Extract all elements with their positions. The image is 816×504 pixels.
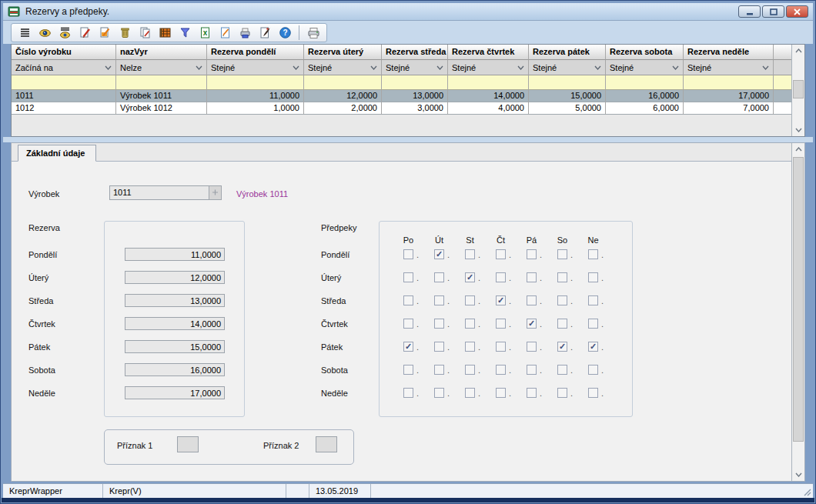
column-header[interactable]: Rezerva čtvrtek — [448, 45, 529, 60]
tab-zakladni-udaje[interactable]: Základní údaje — [18, 145, 96, 162]
reserve-value-input[interactable]: 15,0000 — [125, 340, 225, 353]
column-header[interactable]: Rezerva úterý — [304, 45, 382, 60]
prebake-checkbox[interactable] — [557, 249, 567, 259]
prebake-checkbox[interactable] — [403, 272, 413, 282]
print-setup-button[interactable] — [235, 25, 255, 41]
filter-combobox[interactable]: Stejné — [382, 60, 448, 75]
prebake-checkbox[interactable] — [588, 249, 598, 259]
table-cell[interactable]: 5,0000 — [529, 102, 606, 115]
prebake-checkbox[interactable] — [588, 388, 598, 398]
prebake-checkbox[interactable] — [465, 342, 475, 352]
table-cell[interactable]: 7,0000 — [684, 102, 774, 115]
table-cell[interactable]: 1,0000 — [207, 102, 304, 115]
excel-export-button[interactable]: x — [195, 25, 215, 41]
filter-input[interactable] — [606, 75, 684, 90]
filter-combobox[interactable]: Začíná na — [12, 60, 116, 75]
prebake-checkbox[interactable] — [434, 319, 444, 329]
filter-combobox[interactable]: Stejné — [529, 60, 606, 75]
filter-combobox[interactable]: Stejné — [207, 60, 304, 75]
prebake-checkbox[interactable]: ✓ — [403, 342, 413, 352]
prebake-checkbox[interactable] — [465, 249, 475, 259]
table-cell[interactable]: 1012 — [12, 102, 116, 115]
reserve-value-input[interactable]: 17,0000 — [125, 386, 225, 399]
prebake-checkbox[interactable]: ✓ — [434, 249, 444, 259]
column-header[interactable]: Číslo výrobku — [12, 45, 116, 60]
filter-combobox[interactable]: Stejné — [304, 60, 382, 75]
column-header[interactable]: Rezerva pátek — [529, 45, 606, 60]
table-cell[interactable]: Výrobek 1011 — [116, 90, 207, 102]
prebake-checkbox[interactable] — [557, 295, 567, 305]
table-cell[interactable]: 16,0000 — [606, 90, 684, 102]
filter-input[interactable] — [207, 75, 304, 90]
table-row[interactable]: 1012Výrobek 10121,00002,00003,00004,0000… — [12, 102, 791, 115]
copy-record-button[interactable] — [135, 25, 155, 41]
edit-record-button[interactable] — [95, 25, 115, 41]
scroll-up-icon[interactable] — [792, 45, 804, 57]
notes-button[interactable] — [215, 25, 235, 41]
prebake-checkbox[interactable] — [434, 295, 444, 305]
prebake-checkbox[interactable] — [496, 342, 506, 352]
form-scroll-thumb[interactable] — [793, 157, 804, 442]
prebake-checkbox[interactable] — [588, 295, 598, 305]
table-cell[interactable]: 6,0000 — [606, 102, 684, 115]
grid-scrollbar[interactable] — [791, 45, 804, 136]
prebake-checkbox[interactable]: ✓ — [588, 342, 598, 352]
filter-input[interactable] — [448, 75, 529, 90]
prebake-checkbox[interactable] — [496, 388, 506, 398]
scroll-down-icon[interactable] — [792, 124, 804, 136]
prebake-checkbox[interactable] — [527, 295, 537, 305]
prebake-checkbox[interactable] — [403, 249, 413, 259]
prebake-checkbox[interactable] — [434, 365, 444, 375]
filter-combobox[interactable]: Stejné — [448, 60, 529, 75]
preview-button[interactable] — [35, 25, 55, 41]
prebake-checkbox[interactable]: ✓ — [527, 319, 537, 329]
prebake-checkbox[interactable] — [403, 365, 413, 375]
scroll-up-icon[interactable] — [792, 143, 804, 155]
grid-scroll-thumb[interactable] — [793, 80, 804, 98]
table-cell[interactable]: 2,0000 — [304, 102, 382, 115]
prebake-checkbox[interactable] — [403, 295, 413, 305]
column-header[interactable]: Rezerva neděle — [684, 45, 774, 60]
table-cell[interactable]: 12,0000 — [304, 90, 382, 102]
help-button[interactable]: ? — [275, 25, 295, 41]
prebake-checkbox[interactable] — [588, 272, 598, 282]
table-cell[interactable]: 3,0000 — [382, 102, 448, 115]
filter-input[interactable] — [529, 75, 606, 90]
table-cell[interactable]: 11,0000 — [207, 90, 304, 102]
prebake-checkbox[interactable] — [527, 249, 537, 259]
prebake-checkbox[interactable]: ✓ — [557, 342, 567, 352]
table-cell[interactable]: 1011 — [12, 90, 116, 102]
table-cell[interactable]: 14,0000 — [448, 90, 529, 102]
filter-input[interactable] — [12, 75, 116, 90]
filter-input[interactable] — [116, 75, 207, 90]
prebake-checkbox[interactable] — [588, 319, 598, 329]
column-header[interactable]: nazVyr — [116, 45, 207, 60]
prebake-checkbox[interactable] — [496, 365, 506, 375]
column-header[interactable]: Rezerva sobota — [606, 45, 684, 60]
filter-combobox[interactable]: Nelze — [116, 60, 207, 75]
table-cell[interactable]: Výrobek 1012 — [116, 102, 207, 115]
close-button[interactable] — [786, 5, 808, 18]
flag1-field[interactable] — [177, 436, 199, 452]
prebake-checkbox[interactable] — [465, 388, 475, 398]
filter-input[interactable] — [304, 75, 382, 90]
table-row[interactable]: 1011Výrobek 101111,000012,000013,000014,… — [12, 90, 791, 102]
prebake-checkbox[interactable] — [403, 319, 413, 329]
prebake-checkbox[interactable] — [434, 272, 444, 282]
filter-input[interactable] — [382, 75, 448, 90]
delete-record-button[interactable] — [115, 25, 135, 41]
sign-button[interactable] — [255, 25, 275, 41]
form-scrollbar[interactable] — [791, 143, 804, 481]
reserve-value-input[interactable]: 12,0000 — [125, 271, 225, 284]
prebake-checkbox[interactable] — [557, 319, 567, 329]
prebake-checkbox[interactable]: ✓ — [465, 272, 475, 282]
preview-grid-button[interactable] — [55, 25, 75, 41]
prebake-checkbox[interactable] — [465, 319, 475, 329]
prebake-checkbox[interactable]: ✓ — [496, 295, 506, 305]
filter-button[interactable] — [175, 25, 195, 41]
prebake-checkbox[interactable] — [465, 365, 475, 375]
prebake-checkbox[interactable] — [496, 272, 506, 282]
table-cell[interactable]: 17,0000 — [684, 90, 774, 102]
table-cell[interactable]: 15,0000 — [529, 90, 606, 102]
prebake-checkbox[interactable] — [527, 365, 537, 375]
